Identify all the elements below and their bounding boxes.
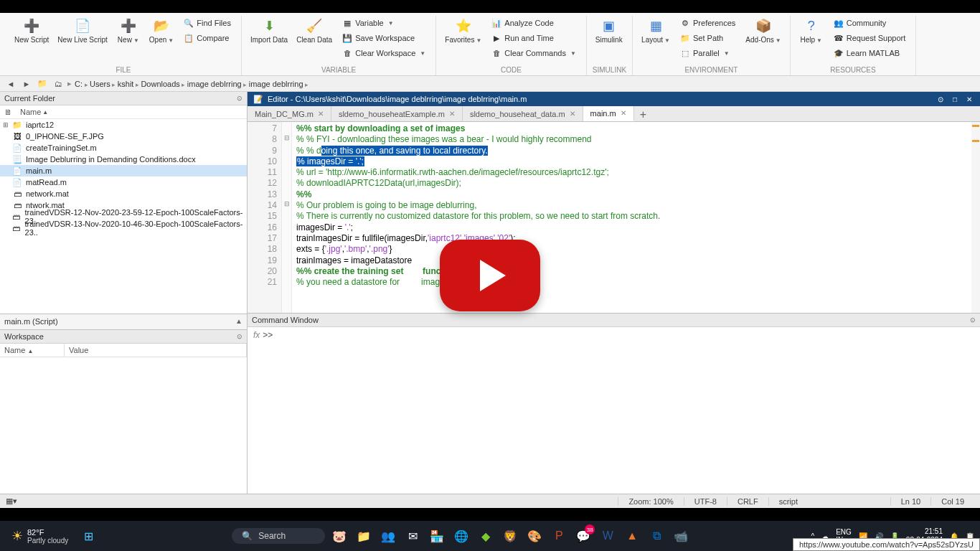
nav-up-folder-icon[interactable]: 📁 — [36, 77, 49, 90]
weather-widget[interactable]: ☀ 82°FPartly cloudy — [6, 528, 74, 545]
path-sep-icon: ▸ — [242, 81, 249, 88]
ws-name-column[interactable]: Name — [4, 346, 25, 354]
tab-close-icon[interactable]: ✕ — [570, 110, 575, 118]
editor-close-icon[interactable]: ✕ — [964, 94, 974, 104]
run-and-time-button[interactable]: ▶Run and Time — [487, 31, 580, 45]
name-column-header[interactable]: Name — [20, 108, 41, 116]
start-button[interactable]: ⊞ — [78, 526, 98, 546]
analyze-code-button[interactable]: 📊Analyze Code — [487, 16, 580, 30]
path-sep-icon: ▸ — [180, 81, 187, 88]
taskbar-app-1[interactable]: 🐷 — [329, 526, 349, 546]
taskbar-vscode[interactable]: ⧉ — [646, 526, 666, 546]
taskbar-mail[interactable]: ✉ — [402, 526, 423, 546]
code-group-label: CODE — [442, 65, 580, 75]
clean-data-button[interactable]: 🧹Clean Data — [293, 16, 335, 45]
taskbar-matlab[interactable]: ▲ — [622, 526, 642, 546]
taskbar-brave[interactable]: 🦁 — [500, 526, 520, 546]
taskbar-app-15[interactable]: 📹 — [671, 526, 691, 546]
import-data-button[interactable]: ⬇Import Data — [248, 16, 291, 45]
find-files-button[interactable]: 🔍Find Files — [179, 16, 235, 30]
code-editor[interactable]: 789101112131415161718192021 ⊟ ⊟ %% start… — [248, 122, 980, 313]
tab-add-button[interactable]: + — [634, 106, 652, 121]
tree-item[interactable]: 📃Image Deblurring in Demanding Condition… — [0, 154, 247, 165]
cmd-collapse-icon[interactable]: ⊙ — [970, 316, 976, 324]
editor-maximize-icon[interactable]: □ — [950, 94, 960, 104]
open-button[interactable]: 📂Open▼ — [146, 16, 176, 46]
file-icon: 📃 — [11, 154, 23, 164]
taskbar-powerpoint[interactable]: P — [549, 526, 569, 546]
nav-forward-button[interactable]: ► — [20, 77, 33, 90]
details-expand-icon[interactable]: ▲ — [235, 317, 242, 325]
tab-close-icon[interactable]: ✕ — [449, 110, 455, 118]
file-icon: 📁 — [11, 120, 23, 130]
addons-button[interactable]: 📦Add-Ons▼ — [743, 16, 783, 46]
youtube-play-button[interactable] — [440, 240, 540, 311]
variable-button[interactable]: ▦Variable▼ — [338, 16, 430, 30]
favorites-button[interactable]: ⭐Favorites▼ — [442, 16, 484, 46]
help-button[interactable]: ?Help▼ — [796, 16, 826, 46]
command-prompt[interactable]: fx>> — [248, 327, 980, 508]
workspace-table-header: Name ▲ Value — [0, 344, 247, 357]
path-segment[interactable]: image deblrring — [187, 80, 242, 88]
taskbar-edge[interactable]: 🌐 — [451, 526, 471, 546]
compare-button[interactable]: 📋Compare — [179, 31, 235, 45]
file-details-panel: main.m (Script) ▲ — [0, 314, 247, 329]
taskbar-store[interactable]: 🏪 — [427, 526, 447, 546]
preferences-button[interactable]: ⚙Preferences — [676, 16, 740, 30]
tab-close-icon[interactable]: ✕ — [318, 110, 324, 118]
editor-tabs: Main_DC_MG.m✕sldemo_househeatExample.m✕s… — [248, 106, 980, 122]
path-segment[interactable]: C: — [75, 80, 83, 88]
code-warning-strip — [971, 122, 980, 313]
path-segment[interactable]: kshit — [118, 80, 134, 88]
status-zoom[interactable]: Zoom: 100% — [618, 497, 683, 506]
taskbar-app-9[interactable]: 🎨 — [524, 526, 545, 546]
tree-item[interactable]: 📄matRead.m — [0, 176, 247, 188]
tree-item[interactable]: 🗃network.mat — [0, 188, 247, 199]
taskbar-word[interactable]: W — [598, 526, 618, 546]
taskbar-explorer[interactable]: 📁 — [354, 526, 374, 546]
path-sep-icon: ▸ — [303, 81, 309, 88]
taskbar-search[interactable]: 🔍Search — [232, 528, 325, 544]
workspace-collapse-icon[interactable]: ⊙ — [237, 333, 242, 340]
nav-history-icon[interactable]: 🗂 — [52, 77, 65, 90]
file-icon: 📄 — [11, 177, 23, 187]
taskbar-app-7[interactable]: ◆ — [476, 526, 496, 546]
taskbar-whatsapp[interactable]: 💬38 — [573, 526, 593, 546]
tree-item[interactable]: 🗃trainedVDSR-13-Nov-2020-10-46-30-Epoch-… — [0, 222, 247, 234]
ribbon-toolbar: ➕New Script 📄New Live Script ➕New▼ 📂Open… — [0, 13, 980, 76]
taskbar-teams[interactable]: 👥 — [378, 526, 398, 546]
tree-item[interactable]: 📄createTrainingSet.m — [0, 142, 247, 154]
tree-item[interactable]: 🖼0_IPHONE-SE_F.JPG — [0, 131, 247, 142]
editor-dropdown-icon[interactable]: ⊙ — [936, 94, 946, 104]
path-segment[interactable]: Downloads — [141, 80, 179, 88]
clear-commands-button[interactable]: 🗑Clear Commands▼ — [487, 46, 580, 60]
simulink-button[interactable]: ▣Simulink — [593, 16, 626, 45]
nav-back-button[interactable]: ◄ — [4, 77, 17, 90]
ws-value-column[interactable]: Value — [65, 344, 247, 357]
clear-workspace-button[interactable]: 🗑Clear Workspace▼ — [338, 46, 430, 60]
panel-collapse-icon[interactable]: ⊙ — [237, 95, 242, 102]
request-support-button[interactable]: ☎Request Support — [829, 31, 910, 45]
status-col: Col 19 — [930, 497, 974, 506]
tree-item[interactable]: 📄main.m — [0, 165, 247, 176]
editor-tab[interactable]: sldemo_househeat_data.m✕ — [463, 106, 583, 121]
parallel-button[interactable]: ⬚Parallel▼ — [676, 46, 740, 60]
set-path-button[interactable]: 📁Set Path — [676, 31, 740, 45]
tab-close-icon[interactable]: ✕ — [621, 109, 626, 117]
editor-tab[interactable]: Main_DC_MG.m✕ — [248, 106, 331, 121]
save-workspace-button[interactable]: 💾Save Workspace — [338, 31, 430, 45]
community-button[interactable]: 👥Community — [829, 16, 910, 30]
file-icon: 📄 — [11, 143, 23, 153]
learn-matlab-button[interactable]: 🎓Learn MATLAB — [829, 46, 910, 60]
path-segment[interactable]: Users — [90, 80, 110, 88]
layout-button[interactable]: ▦Layout▼ — [639, 16, 673, 46]
tree-item[interactable]: ⊞📁iaprtc12 — [0, 119, 247, 131]
editor-tab[interactable]: main.m✕ — [583, 106, 634, 121]
status-encoding: UTF-8 — [684, 497, 727, 506]
new-live-script-button[interactable]: 📄New Live Script — [55, 16, 110, 45]
file-icon: 🗃 — [11, 212, 22, 222]
editor-tab[interactable]: sldemo_househeatExample.m✕ — [331, 106, 463, 121]
new-button[interactable]: ➕New▼ — [113, 16, 143, 46]
path-segment[interactable]: image deblrring — [249, 80, 303, 88]
new-script-button[interactable]: ➕New Script — [11, 16, 52, 45]
